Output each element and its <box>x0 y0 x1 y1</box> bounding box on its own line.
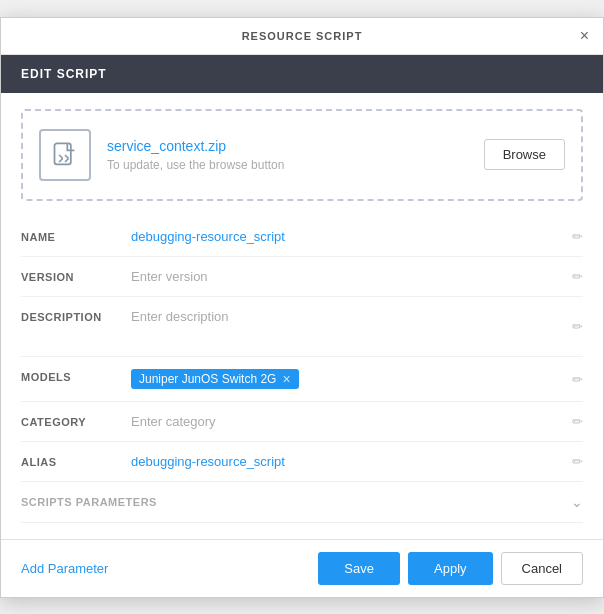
dialog-footer: Add Parameter Save Apply Cancel <box>1 539 603 597</box>
chevron-down-icon: ⌄ <box>571 494 583 510</box>
value-category: Enter category <box>131 414 583 429</box>
model-tag-close[interactable]: × <box>282 372 290 386</box>
value-models: Juniper JunOS Switch 2G × <box>131 369 583 389</box>
value-alias: debugging-resource_script <box>131 454 583 469</box>
label-name: NAME <box>21 229 131 243</box>
file-info: service_context.zip To update, use the b… <box>107 138 468 172</box>
value-description: Enter description <box>131 309 583 324</box>
code-file-svg <box>51 141 79 169</box>
script-file-icon <box>39 129 91 181</box>
dialog-title: RESOURCE SCRIPT <box>242 30 363 42</box>
field-models: MODELS Juniper JunOS Switch 2G × ✏ <box>21 357 583 402</box>
save-button[interactable]: Save <box>318 552 400 585</box>
edit-version-icon[interactable]: ✏ <box>572 269 583 284</box>
model-tag: Juniper JunOS Switch 2G × <box>131 369 299 389</box>
label-description: DESCRIPTION <box>21 309 131 323</box>
scripts-parameters-label: SCRIPTS PARAMETERS <box>21 496 157 508</box>
edit-alias-icon[interactable]: ✏ <box>572 454 583 469</box>
svg-line-2 <box>59 158 63 162</box>
svg-line-4 <box>65 158 69 162</box>
edit-models-icon[interactable]: ✏ <box>572 371 583 386</box>
file-upload-box: service_context.zip To update, use the b… <box>21 109 583 201</box>
value-version: Enter version <box>131 269 583 284</box>
field-version: VERSION Enter version ✏ <box>21 257 583 297</box>
label-models: MODELS <box>21 369 131 383</box>
field-category: CATEGORY Enter category ✏ <box>21 402 583 442</box>
svg-rect-0 <box>55 143 71 164</box>
add-parameter-link[interactable]: Add Parameter <box>21 561 318 576</box>
field-name: NAME debugging-resource_script ✏ <box>21 217 583 257</box>
form-fields: NAME debugging-resource_script ✏ VERSION… <box>21 217 583 523</box>
model-tag-label: Juniper JunOS Switch 2G <box>139 372 276 386</box>
file-hint: To update, use the browse button <box>107 158 468 172</box>
dialog-titlebar: RESOURCE SCRIPT × <box>1 18 603 55</box>
edit-name-icon[interactable]: ✏ <box>572 229 583 244</box>
label-version: VERSION <box>21 269 131 283</box>
content-area: service_context.zip To update, use the b… <box>1 93 603 539</box>
scripts-parameters-row[interactable]: SCRIPTS PARAMETERS ⌄ <box>21 482 583 523</box>
browse-button[interactable]: Browse <box>484 139 565 170</box>
edit-description-icon[interactable]: ✏ <box>572 319 583 334</box>
edit-category-icon[interactable]: ✏ <box>572 414 583 429</box>
close-button[interactable]: × <box>580 28 589 44</box>
cancel-button[interactable]: Cancel <box>501 552 583 585</box>
file-name: service_context.zip <box>107 138 468 154</box>
apply-button[interactable]: Apply <box>408 552 493 585</box>
label-alias: ALIAS <box>21 454 131 468</box>
section-header: EDIT SCRIPT <box>1 55 603 93</box>
label-category: CATEGORY <box>21 414 131 428</box>
field-alias: ALIAS debugging-resource_script ✏ <box>21 442 583 482</box>
footer-buttons: Save Apply Cancel <box>318 552 583 585</box>
resource-script-dialog: RESOURCE SCRIPT × EDIT SCRIPT service_co… <box>0 17 604 598</box>
field-description: DESCRIPTION Enter description ✏ <box>21 297 583 357</box>
value-name: debugging-resource_script <box>131 229 583 244</box>
